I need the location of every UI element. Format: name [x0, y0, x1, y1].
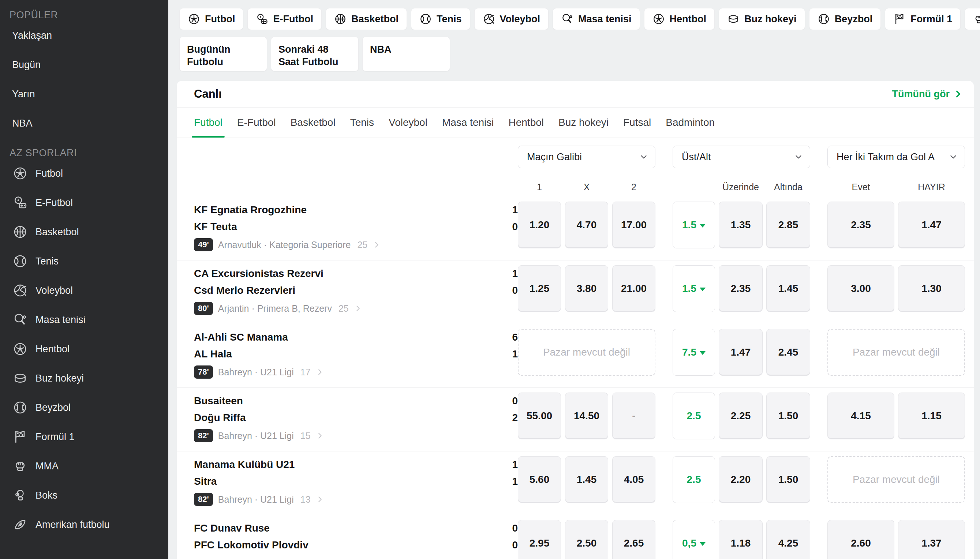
sport-chip-beyzbol[interactable]: Beyzbol	[809, 8, 881, 30]
sport-chip-buz-hokeyi[interactable]: Buz hokeyi	[719, 8, 805, 30]
sidebar-item-form-l-1[interactable]: Formül 1	[0, 422, 168, 452]
tab-tenis[interactable]: Tenis	[350, 108, 374, 137]
tab-buz-hokeyi[interactable]: Buz hokeyi	[558, 108, 609, 137]
sidebar-item-boks[interactable]: Boks	[0, 481, 168, 510]
sidebar-item-futbol[interactable]: Futbol	[0, 159, 168, 188]
sidebar-item-masa-tenisi[interactable]: Masa tenisi	[0, 305, 168, 334]
odds-over-button[interactable]: 2.35	[719, 265, 763, 312]
tab-badminton[interactable]: Badminton	[665, 108, 715, 137]
sidebar-section-title: AZ SPORLARI	[10, 147, 168, 159]
league-link[interactable]: 82'Bahreyn · U21 Ligi13	[194, 493, 324, 506]
odds-home-button[interactable]: 2.95	[518, 520, 561, 559]
goal-line-select[interactable]: 7.5	[673, 329, 715, 376]
odds-btts-yes-button[interactable]: 3.00	[828, 265, 894, 312]
tab-futbol[interactable]: Futbol	[194, 108, 222, 137]
odds-draw-button[interactable]: 3.80	[565, 265, 608, 312]
odds-btts-yes-button[interactable]: 4.15	[828, 392, 894, 439]
odds-btts-no-button[interactable]: 1.30	[898, 265, 965, 312]
sidebar-item-voleybol[interactable]: Voleybol	[0, 276, 168, 305]
sidebar-item-basketbol[interactable]: Basketbol	[0, 217, 168, 246]
goal-line-select[interactable]: 2.5	[673, 456, 715, 503]
tab-voleybol[interactable]: Voleybol	[389, 108, 427, 137]
tab-basketbol[interactable]: Basketbol	[291, 108, 336, 137]
goal-line-select[interactable]: 2.5	[673, 392, 715, 439]
sidebar-item-amerikan-futbolu[interactable]: Amerikan futbolu	[0, 510, 168, 539]
league-link[interactable]: 82'Bahreyn · U21 Ligi15	[194, 429, 324, 442]
sport-chip-hentbol[interactable]: Hentbol	[644, 8, 715, 30]
market-select-over-under[interactable]: Üst/Alt	[673, 146, 810, 168]
goal-line-select[interactable]: 1.5	[673, 265, 715, 312]
sidebar-item-hentbol[interactable]: Hentbol	[0, 334, 168, 364]
sport-chip-e-futbol[interactable]: E-Futbol	[247, 8, 321, 30]
sidebar-item-beyzbol[interactable]: Beyzbol	[0, 393, 168, 422]
odds-under-button[interactable]: 1.50	[766, 392, 810, 439]
sport-chip-form-l-1[interactable]: Formül 1	[885, 8, 960, 30]
sidebar-item-label: Buz hokeyi	[35, 373, 84, 384]
league-link[interactable]: 80'Arjantin · Primera B, Rezerv25	[194, 302, 362, 315]
odds-btts-no-button[interactable]: 1.37	[898, 520, 965, 559]
market-select-match-winner[interactable]: Maçın Galibi	[518, 146, 656, 168]
odds-over-button[interactable]: 1.35	[719, 202, 763, 248]
odds-draw-button[interactable]: 2.50	[565, 520, 608, 559]
quick-link-sonraki-48-saat-futbolu[interactable]: Sonraki 48 Saat Futbolu	[271, 36, 359, 71]
team-names: CA Excursionistas RezerviCsd Merlo Rezer…	[194, 265, 503, 299]
odds-under-button[interactable]: 1.50	[766, 456, 810, 503]
market-select-btts[interactable]: Her İki Takım da Gol A	[828, 146, 965, 168]
odds-group-btts: 4.151.15	[828, 392, 965, 439]
odds-under-button[interactable]: 2.45	[766, 329, 810, 376]
odds-away-button[interactable]: 17.00	[612, 202, 656, 248]
odds-btts-no-button[interactable]: 1.47	[898, 202, 965, 248]
handball-icon	[12, 341, 28, 357]
tab-masa-tenisi[interactable]: Masa tenisi	[442, 108, 494, 137]
odds-btts-yes-button[interactable]: 2.60	[828, 520, 894, 559]
odds-over-button[interactable]: 1.18	[719, 520, 763, 559]
sport-chip-voleybol[interactable]: Voleybol	[474, 8, 549, 30]
quick-link-nba[interactable]: NBA	[362, 36, 450, 71]
odds-over-button[interactable]: 2.25	[719, 392, 763, 439]
tab-e-futbol[interactable]: E-Futbol	[237, 108, 276, 137]
odds-draw-button[interactable]: 4.70	[565, 202, 608, 248]
odds-under-button[interactable]: 2.85	[766, 202, 810, 248]
sport-chip-mma[interactable]: MMA	[965, 8, 980, 30]
odds-away-button[interactable]: 2.65	[612, 520, 656, 559]
odds-home-button[interactable]: 1.25	[518, 265, 561, 312]
esoccer-icon	[12, 195, 28, 211]
odds-under-button[interactable]: 1.45	[766, 265, 810, 312]
odds-home-button[interactable]: 55.00	[518, 392, 561, 439]
odds-btts-yes-button[interactable]: 2.35	[828, 202, 894, 248]
tab-futsal[interactable]: Futsal	[623, 108, 651, 137]
quick-link-bug-n-n-futbolu[interactable]: Bugünün Futbolu	[179, 36, 267, 71]
sidebar-item-e-futbol[interactable]: E-Futbol	[0, 188, 168, 217]
sport-chip-basketbol[interactable]: Basketbol	[326, 8, 407, 30]
sidebar-item-tenis[interactable]: Tenis	[0, 246, 168, 276]
odds-draw-button[interactable]: 14.50	[565, 392, 608, 439]
live-events-card: Canlı Tümünü gör FutbolE-FutbolBasketbol…	[177, 81, 974, 559]
header-away-win: 2	[612, 182, 656, 192]
sidebar-item-nba[interactable]: NBA	[0, 109, 168, 138]
odds-draw-button[interactable]: 1.45	[565, 456, 608, 503]
league-link[interactable]: 49'Arnavutluk · Kategoria Superiore25	[194, 238, 381, 251]
goal-line-select[interactable]: 1.5	[673, 202, 715, 248]
sidebar-item-yar-n[interactable]: Yarın	[0, 79, 168, 109]
odds-btts-no-button[interactable]: 1.15	[898, 392, 965, 439]
odds-under-button[interactable]: 4.25	[766, 520, 810, 559]
sidebar-item-mma[interactable]: MMA	[0, 452, 168, 481]
sidebar-item-yakla-an[interactable]: Yaklaşan	[0, 21, 168, 50]
sidebar-item-bug-n[interactable]: Bugün	[0, 50, 168, 79]
odds-home-button[interactable]: 5.60	[518, 456, 561, 503]
odds-away-button[interactable]: 4.05	[612, 456, 656, 503]
odds-away-button[interactable]: 21.00	[612, 265, 656, 312]
odds-over-button[interactable]: 2.20	[719, 456, 763, 503]
see-all-link[interactable]: Tümünü gör	[892, 89, 963, 100]
sport-chip-masa-tenisi[interactable]: Masa tenisi	[553, 8, 640, 30]
odds-home-button[interactable]: 1.20	[518, 202, 561, 248]
odds-over-button[interactable]: 1.47	[719, 329, 763, 376]
league-link[interactable]: 78'Bahreyn · U21 Ligi17	[194, 366, 324, 379]
goal-line-select[interactable]: 0,5	[673, 520, 715, 559]
sport-chip-tenis[interactable]: Tenis	[411, 8, 470, 30]
league-name: Bahreyn · U21 Ligi	[218, 494, 294, 505]
chevron-right-icon	[372, 241, 381, 249]
sport-chip-futbol[interactable]: Futbol	[179, 8, 243, 30]
sidebar-item-buz-hokeyi[interactable]: Buz hokeyi	[0, 364, 168, 393]
tab-hentbol[interactable]: Hentbol	[509, 108, 544, 137]
